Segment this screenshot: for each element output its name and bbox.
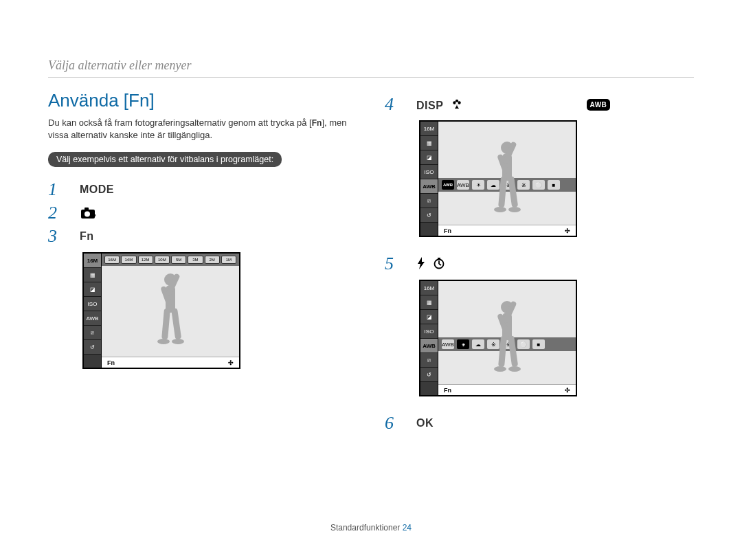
wb-custom-icon: ■ [548, 180, 560, 190]
timer-icon [433, 260, 445, 271]
svg-point-10 [157, 339, 170, 344]
footer-label: Standardfunktioner [330, 523, 400, 533]
sidebar-wb-icon: AWB [84, 311, 101, 326]
awb-badge: AWB [587, 99, 611, 111]
svg-rect-21 [508, 176, 518, 208]
wb-custom-icon: ■ [532, 339, 545, 349]
step-number: 1 [48, 179, 60, 200]
sidebar-quality-icon: ▦ [420, 136, 438, 150]
ok-label: OK [416, 417, 434, 429]
step-6: 6 OK [385, 413, 694, 434]
right-column: 4 DISP AWB 16M ▦ ◪ ISO [385, 90, 694, 436]
sidebar-resolution-icon: 16M [420, 122, 438, 136]
svg-rect-32 [498, 336, 507, 368]
flower-icon [451, 100, 463, 111]
svg-point-11 [172, 339, 184, 344]
breadcrumb: Välja alternativ eller menyer [48, 58, 694, 78]
program-mode-icon: P [80, 206, 96, 220]
step-number: 5 [385, 254, 397, 274]
lcd-dpad-icon: ✣ [565, 227, 570, 234]
svg-point-23 [508, 207, 521, 212]
section-title: Använda [Fn] [48, 90, 357, 111]
left-column: Använda [Fn] Du kan också få fram fotogr… [48, 90, 357, 436]
camera-lcd-screenshot-3: 16M ▦ ◪ ISO AWB ⎚ ↺ AWB ☀ ☁ ※ ※ ⚪ [419, 280, 577, 396]
res-chip: 14M [121, 256, 136, 264]
footer-page-number: 24 [403, 523, 412, 533]
step-1: 1 MODE [48, 179, 357, 200]
svg-line-27 [439, 264, 441, 265]
sidebar-off-icon: ↺ [420, 208, 438, 223]
sidebar-face-icon: ⎚ [420, 194, 438, 208]
svg-rect-9 [171, 308, 181, 339]
person-silhouette [483, 135, 531, 225]
sidebar-quality-icon: ▦ [420, 295, 438, 310]
wb-option: AWB [457, 180, 469, 190]
step-3: 3 Fn [48, 226, 357, 247]
sidebar-quality-icon: ▦ [84, 268, 101, 282]
res-chip: 10M [155, 256, 170, 264]
fn-step-label: Fn [80, 230, 94, 243]
sidebar-resolution-icon: 16M [420, 281, 438, 295]
res-chip: 12M [138, 256, 153, 264]
step-number: 6 [385, 413, 397, 434]
lcd-bottom-bar: Fn ✣ [102, 357, 239, 368]
res-chip: 2M [205, 256, 220, 264]
step-4: 4 DISP AWB [385, 94, 694, 115]
sidebar-iso-icon: ISO [420, 165, 438, 179]
sidebar-iso-icon: ISO [420, 324, 438, 339]
person-silhouette [146, 267, 194, 357]
page-footer: Standardfunktioner 24 [0, 523, 742, 533]
step-number: 2 [48, 203, 60, 223]
svg-point-14 [458, 101, 460, 104]
sidebar-wb-icon: AWB [420, 339, 438, 353]
lcd-bottom-bar: Fn ✣ [438, 225, 576, 236]
disp-label: DISP [416, 100, 443, 111]
sidebar-off-icon: ↺ [84, 340, 101, 355]
flash-icon [416, 260, 429, 271]
sidebar-ev-icon: ◪ [420, 150, 438, 165]
svg-point-13 [453, 101, 456, 104]
svg-rect-20 [498, 177, 507, 208]
sidebar-resolution-icon: 16M [84, 254, 101, 268]
svg-point-2 [85, 212, 90, 217]
fn-label-inline: Fn [312, 117, 322, 128]
lcd-bottom-bar: Fn ✣ [438, 384, 576, 395]
res-chip: 16M [104, 256, 120, 264]
lcd-dpad-icon: ✣ [565, 387, 570, 394]
svg-point-34 [494, 366, 506, 372]
lcd-sidebar: 16M ▦ ◪ ISO AWB ⎚ ↺ [420, 122, 438, 236]
sidebar-off-icon: ↺ [420, 368, 438, 382]
lcd-sidebar: 16M ▦ ◪ ISO AWB ⎚ ↺ [84, 254, 102, 368]
lcd-fn-label: Fn [444, 387, 451, 394]
svg-text:P: P [93, 214, 96, 219]
lcd-dpad-icon: ✣ [228, 359, 234, 366]
wb-awb: AWB [442, 339, 454, 349]
sidebar-face-icon: ⎚ [420, 353, 438, 368]
step-5: 5 [385, 254, 694, 274]
svg-rect-25 [438, 258, 440, 260]
intro-line-1: Du kan också få fram fotograferingsalter… [48, 117, 306, 128]
res-chip: 5M [171, 256, 186, 264]
camera-lcd-screenshot-2: 16M ▦ ◪ ISO AWB ⎚ ↺ AWB AWB ☀ ☁ ※ ※ [419, 120, 577, 237]
svg-point-35 [508, 366, 521, 372]
example-note-bar: Välj exempelvis ett alternativ för vitba… [48, 152, 282, 167]
lcd-sidebar: 16M ▦ ◪ ISO AWB ⎚ ↺ [420, 281, 438, 395]
step-number: 4 [385, 94, 397, 115]
sidebar-ev-icon: ◪ [84, 282, 101, 297]
sidebar-face-icon: ⎚ [84, 326, 101, 340]
wb-awb-selected: AWB [442, 180, 454, 190]
sidebar-ev-icon: ◪ [420, 310, 438, 324]
step-2: 2 P [48, 203, 357, 223]
camera-lcd-screenshot-1: 16M ▦ ◪ ISO AWB ⎚ ↺ 16M 14M 12M 10M 5M [82, 252, 240, 369]
svg-rect-8 [161, 309, 170, 340]
step-number: 3 [48, 226, 60, 247]
wb-tungsten-icon: ⚪ [532, 180, 545, 190]
svg-rect-1 [85, 208, 89, 210]
svg-rect-33 [508, 335, 518, 367]
res-chip: 1M [221, 256, 236, 264]
mode-label: MODE [80, 183, 114, 196]
res-chip: 3M [188, 256, 203, 264]
lcd-fn-label: Fn [107, 359, 115, 366]
lcd-top-option-bar: 16M 14M 12M 10M 5M 3M 2M 1M [102, 254, 239, 266]
person-silhouette [483, 295, 531, 384]
